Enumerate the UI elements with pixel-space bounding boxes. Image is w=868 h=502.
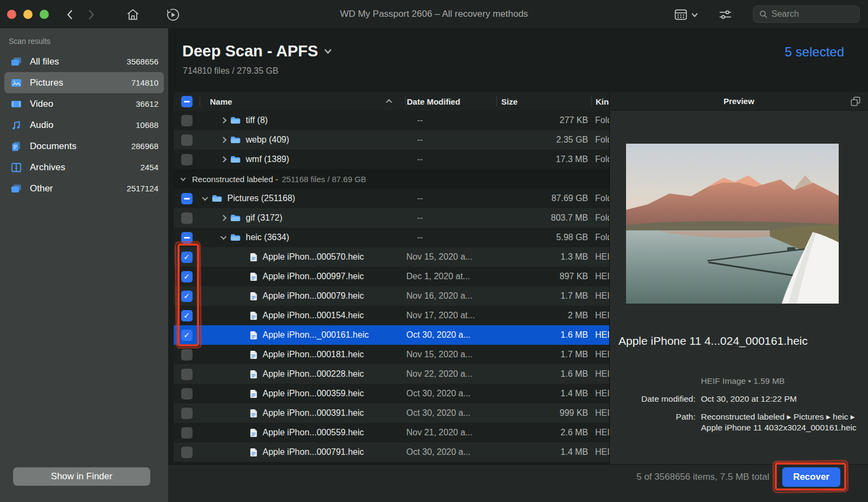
preview-details: HEIF Image • 1.59 MB Date modified: Oct … [618, 376, 860, 433]
sidebar-item-audio[interactable]: Audio 10688 [4, 114, 164, 136]
row-checkbox[interactable] [181, 115, 193, 126]
expander-chevron[interactable] [200, 138, 230, 142]
chevron-left-icon [64, 9, 76, 21]
expander-chevron[interactable] [200, 157, 230, 162]
table-row[interactable]: Apple iPhon...000791.heic Oct 30, 2020 a… [174, 442, 609, 462]
sidebar-item-all-files[interactable]: All files 3568656 [4, 51, 164, 72]
table-row[interactable]: wmf (1389) -- 17.3 MB Folder [174, 150, 609, 169]
view-options-button[interactable] [674, 7, 699, 22]
table-row[interactable]: Apple iPhon...000154.heic Nov 17, 2020 a… [174, 306, 609, 325]
sidebar-item-video[interactable]: Video 36612 [4, 93, 164, 114]
preview-title: Preview [724, 96, 755, 106]
collapse-chevron[interactable] [174, 177, 192, 181]
traffic-lights [7, 10, 49, 19]
file-table: Name Date Modified Size Kind tiff (8) --… [174, 92, 609, 464]
audio-icon [10, 119, 24, 132]
sliders-icon [718, 8, 732, 22]
file-icon [250, 350, 258, 359]
row-checkbox[interactable] [181, 232, 193, 243]
table-row[interactable]: gif (3172) -- 803.7 MB Folder [174, 208, 609, 228]
expander-chevron[interactable] [200, 216, 230, 220]
table-row[interactable]: Apple iPhon...000181.heic Nov 15, 2020 a… [174, 345, 609, 364]
table-row[interactable]: tiff (8) -- 277 KB Folder [174, 111, 609, 130]
window-title: WD My Passport 2606 – All recovery metho… [340, 0, 528, 28]
table-row[interactable]: Apple iPhon...000079.heic Nov 16, 2020 a… [174, 286, 609, 306]
expander-chevron[interactable] [200, 235, 230, 240]
table-row[interactable]: Apple iPhon...000391.heic Oct 30, 2020 a… [174, 403, 609, 423]
row-checkbox[interactable] [181, 134, 193, 146]
row-checkbox[interactable] [181, 252, 193, 263]
preview-kind-size: HEIF Image • 1.59 MB [701, 376, 860, 387]
row-checkbox[interactable] [181, 271, 193, 282]
table-row[interactable]: Apple iPhon...000359.heic Oct 30, 2020 a… [174, 384, 609, 403]
scan-method-selector[interactable]: Deep Scan - APFS [182, 42, 332, 60]
row-checkbox[interactable] [181, 408, 193, 419]
pictures-icon [10, 76, 24, 89]
table-row[interactable]: Apple iPhon..._000161.heic Oct 30, 2020 … [174, 325, 609, 345]
copy-icon [850, 95, 861, 107]
zoom-button[interactable] [40, 10, 49, 19]
sidebar-item-other[interactable]: Other 2517124 [4, 178, 164, 199]
table-row[interactable]: Apple iPhon...000997.heic Dec 1, 2020 at… [174, 267, 609, 286]
row-checkbox[interactable] [181, 154, 193, 165]
rescan-button[interactable] [165, 7, 180, 22]
row-checkbox[interactable] [181, 447, 193, 458]
search-field[interactable]: Search [753, 5, 860, 23]
table-body: tiff (8) -- 277 KB Folder webp (409) -- … [174, 111, 609, 462]
table-row[interactable]: Apple iPhon...000228.heic Nov 22, 2020 a… [174, 364, 609, 384]
column-header-date-modified[interactable]: Date Modified [405, 96, 496, 107]
sidebar-item-pictures[interactable]: Pictures 714810 [4, 72, 164, 93]
column-header-size[interactable]: Size [496, 96, 591, 107]
table-row[interactable]: Apple iPhon...000559.heic Nov 21, 2020 a… [174, 423, 609, 442]
minimize-button[interactable] [23, 10, 33, 19]
bottom-bar: 5 of 3568656 items, 7.5 MB total Recover [168, 464, 868, 502]
expander-chevron[interactable] [200, 196, 212, 201]
file-icon [250, 428, 258, 437]
row-checkbox[interactable] [181, 330, 193, 341]
row-checkbox[interactable] [181, 310, 193, 321]
recover-button[interactable]: Recover [782, 467, 840, 487]
column-header-name[interactable]: Name [200, 96, 405, 107]
forward-button[interactable] [84, 7, 99, 22]
show-in-finder-button[interactable]: Show in Finder [13, 467, 150, 486]
close-button[interactable] [7, 10, 16, 19]
table-header: Name Date Modified Size Kind [174, 92, 609, 111]
items-summary: 5 of 3568656 items, 7.5 MB total [636, 467, 769, 487]
expander-chevron[interactable] [200, 118, 230, 123]
row-checkbox[interactable] [181, 193, 193, 204]
preview-image [626, 144, 839, 304]
folder-icon [230, 214, 241, 222]
filter-button[interactable] [718, 7, 732, 22]
row-checkbox[interactable] [181, 213, 193, 224]
row-checkbox[interactable] [181, 349, 193, 361]
table-row[interactable]: heic (3634) -- 5.98 GB Folder [174, 228, 609, 247]
file-icon [250, 292, 258, 301]
home-icon [126, 8, 140, 22]
row-checkbox[interactable] [181, 369, 193, 380]
back-button[interactable] [62, 7, 78, 22]
search-icon [759, 10, 768, 18]
table-row[interactable]: Pictures (251168) -- 87.69 GB Folder [174, 189, 609, 208]
select-all-checkbox[interactable] [181, 96, 193, 107]
file-icon [250, 409, 258, 418]
row-checkbox[interactable] [181, 427, 193, 439]
table-row[interactable]: webp (409) -- 2.35 GB Folder [174, 130, 609, 150]
table-row[interactable]: Apple iPhon...000570.heic Nov 15, 2020 a… [174, 247, 609, 267]
column-header-kind[interactable]: Kind [591, 96, 609, 107]
folder-icon [212, 194, 222, 203]
other-icon [10, 182, 24, 195]
selected-count: 5 selected [785, 44, 844, 60]
scan-title-text: Deep Scan - APFS [182, 42, 318, 60]
open-preview-window-button[interactable] [850, 95, 861, 107]
sort-ascending-icon [386, 99, 392, 105]
rescan-icon [165, 8, 180, 22]
landscape-photo [626, 144, 839, 304]
sidebar-item-documents[interactable]: Documents 286968 [4, 136, 164, 157]
home-button[interactable] [125, 7, 141, 22]
row-checkbox[interactable] [181, 388, 193, 400]
section-row[interactable]: Reconstructed labeled - 251168 files / 8… [174, 169, 609, 189]
sidebar-item-archives[interactable]: Archives 2454 [4, 157, 164, 178]
file-icon [250, 448, 258, 457]
row-checkbox[interactable] [181, 291, 193, 302]
scan-subtitle: 714810 files / 279.35 GB [183, 66, 278, 76]
